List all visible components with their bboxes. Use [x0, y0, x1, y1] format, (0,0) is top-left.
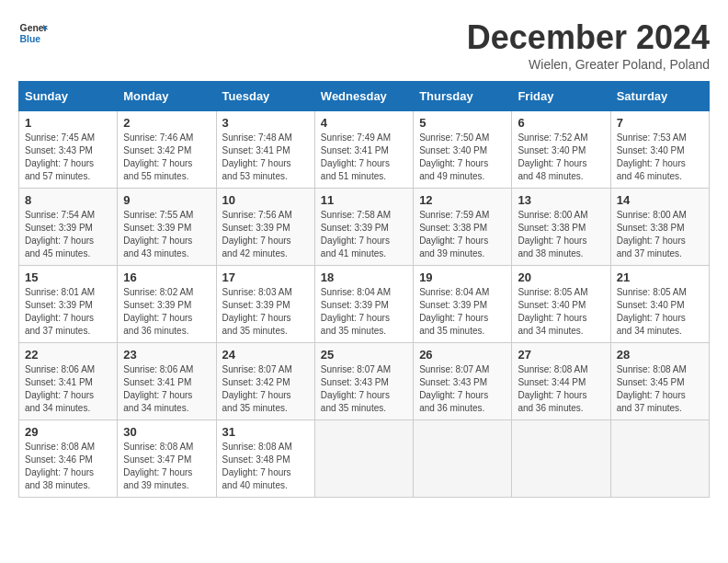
day-number: 18 — [321, 270, 407, 284]
header-tuesday: Tuesday — [216, 82, 314, 111]
week-row-4: 22 Sunrise: 8:06 AMSunset: 3:41 PMDaylig… — [19, 343, 710, 420]
day-detail: Sunrise: 8:08 AMSunset: 3:48 PMDaylight:… — [222, 441, 309, 492]
day-detail: Sunrise: 7:59 AMSunset: 3:38 PMDaylight:… — [419, 209, 506, 260]
day-cell: 10 Sunrise: 7:56 AMSunset: 3:39 PMDaylig… — [216, 189, 314, 266]
day-cell: 21 Sunrise: 8:05 AMSunset: 3:40 PMDaylig… — [610, 266, 709, 343]
month-title: December 2024 — [467, 18, 710, 57]
day-detail: Sunrise: 8:05 AMSunset: 3:40 PMDaylight:… — [518, 286, 604, 338]
day-detail: Sunrise: 8:08 AMSunset: 3:44 PMDaylight:… — [518, 363, 604, 415]
day-detail: Sunrise: 8:04 AMSunset: 3:39 PMDaylight:… — [419, 286, 506, 338]
header-sunday: Sunday — [19, 82, 118, 111]
day-detail: Sunrise: 7:49 AMSunset: 3:41 PMDaylight:… — [321, 132, 407, 183]
day-number: 15 — [25, 270, 111, 284]
week-row-3: 15 Sunrise: 8:01 AMSunset: 3:39 PMDaylig… — [19, 266, 710, 343]
week-row-5: 29 Sunrise: 8:08 AMSunset: 3:46 PMDaylig… — [19, 420, 710, 498]
day-number: 30 — [123, 425, 210, 439]
day-number: 6 — [518, 116, 604, 130]
day-cell — [610, 420, 709, 498]
day-detail: Sunrise: 8:08 AMSunset: 3:45 PMDaylight:… — [617, 363, 703, 415]
day-cell: 30 Sunrise: 8:08 AMSunset: 3:47 PMDaylig… — [118, 420, 216, 498]
day-cell: 27 Sunrise: 8:08 AMSunset: 3:44 PMDaylig… — [512, 343, 610, 420]
day-cell: 6 Sunrise: 7:52 AMSunset: 3:40 PMDayligh… — [512, 111, 610, 189]
week-row-2: 8 Sunrise: 7:54 AMSunset: 3:39 PMDayligh… — [19, 189, 710, 266]
header-wednesday: Wednesday — [314, 82, 413, 111]
week-row-1: 1 Sunrise: 7:45 AMSunset: 3:43 PMDayligh… — [19, 111, 710, 189]
day-detail: Sunrise: 7:56 AMSunset: 3:39 PMDaylight:… — [222, 209, 309, 260]
day-cell: 4 Sunrise: 7:49 AMSunset: 3:41 PMDayligh… — [314, 111, 413, 189]
day-number: 7 — [617, 116, 703, 130]
day-detail: Sunrise: 7:55 AMSunset: 3:39 PMDaylight:… — [123, 209, 210, 260]
day-cell — [512, 420, 610, 498]
header: General Blue December 2024 Wielen, Great… — [18, 18, 710, 72]
day-cell: 8 Sunrise: 7:54 AMSunset: 3:39 PMDayligh… — [19, 189, 118, 266]
day-number: 8 — [25, 193, 111, 207]
day-number: 21 — [617, 270, 703, 284]
header-thursday: Thursday — [414, 82, 512, 111]
day-cell: 1 Sunrise: 7:45 AMSunset: 3:43 PMDayligh… — [19, 111, 118, 189]
day-cell: 20 Sunrise: 8:05 AMSunset: 3:40 PMDaylig… — [512, 266, 610, 343]
day-number: 27 — [518, 348, 604, 362]
day-number: 12 — [419, 193, 506, 207]
day-detail: Sunrise: 8:06 AMSunset: 3:41 PMDaylight:… — [123, 363, 210, 415]
day-cell: 11 Sunrise: 7:58 AMSunset: 3:39 PMDaylig… — [314, 189, 413, 266]
header-monday: Monday — [118, 82, 216, 111]
day-number: 17 — [222, 270, 309, 284]
day-cell: 17 Sunrise: 8:03 AMSunset: 3:39 PMDaylig… — [216, 266, 314, 343]
day-number: 9 — [123, 193, 210, 207]
day-number: 2 — [123, 116, 210, 130]
svg-text:Blue: Blue — [20, 34, 41, 44]
day-number: 23 — [123, 348, 210, 362]
day-detail: Sunrise: 8:00 AMSunset: 3:38 PMDaylight:… — [518, 209, 604, 260]
day-detail: Sunrise: 8:01 AMSunset: 3:39 PMDaylight:… — [25, 286, 111, 338]
day-detail: Sunrise: 8:05 AMSunset: 3:40 PMDaylight:… — [617, 286, 703, 338]
day-number: 26 — [419, 348, 506, 362]
header-friday: Friday — [512, 82, 610, 111]
day-detail: Sunrise: 7:52 AMSunset: 3:40 PMDaylight:… — [518, 132, 604, 183]
day-cell: 7 Sunrise: 7:53 AMSunset: 3:40 PMDayligh… — [610, 111, 709, 189]
day-cell: 18 Sunrise: 8:04 AMSunset: 3:39 PMDaylig… — [314, 266, 413, 343]
day-detail: Sunrise: 8:07 AMSunset: 3:43 PMDaylight:… — [419, 363, 506, 415]
day-detail: Sunrise: 7:48 AMSunset: 3:41 PMDaylight:… — [222, 132, 309, 183]
day-cell: 13 Sunrise: 8:00 AMSunset: 3:38 PMDaylig… — [512, 189, 610, 266]
day-number: 31 — [222, 425, 309, 439]
day-number: 29 — [25, 425, 111, 439]
calendar-table: SundayMondayTuesdayWednesdayThursdayFrid… — [18, 81, 710, 498]
day-detail: Sunrise: 7:58 AMSunset: 3:39 PMDaylight:… — [321, 209, 407, 260]
day-number: 25 — [321, 348, 407, 362]
day-cell: 16 Sunrise: 8:02 AMSunset: 3:39 PMDaylig… — [118, 266, 216, 343]
day-detail: Sunrise: 8:00 AMSunset: 3:38 PMDaylight:… — [617, 209, 703, 260]
day-cell: 14 Sunrise: 8:00 AMSunset: 3:38 PMDaylig… — [610, 189, 709, 266]
day-detail: Sunrise: 7:46 AMSunset: 3:42 PMDaylight:… — [123, 132, 210, 183]
day-detail: Sunrise: 8:07 AMSunset: 3:42 PMDaylight:… — [222, 363, 309, 415]
day-number: 3 — [222, 116, 309, 130]
header-saturday: Saturday — [610, 82, 709, 111]
day-cell: 15 Sunrise: 8:01 AMSunset: 3:39 PMDaylig… — [19, 266, 118, 343]
day-number: 20 — [518, 270, 604, 284]
day-detail: Sunrise: 7:53 AMSunset: 3:40 PMDaylight:… — [617, 132, 703, 183]
day-number: 1 — [25, 116, 111, 130]
day-cell: 19 Sunrise: 8:04 AMSunset: 3:39 PMDaylig… — [414, 266, 512, 343]
logo: General Blue — [18, 18, 48, 48]
day-number: 10 — [222, 193, 309, 207]
day-number: 14 — [617, 193, 703, 207]
day-number: 28 — [617, 348, 703, 362]
day-detail: Sunrise: 8:06 AMSunset: 3:41 PMDaylight:… — [25, 363, 111, 415]
day-cell: 9 Sunrise: 7:55 AMSunset: 3:39 PMDayligh… — [118, 189, 216, 266]
day-number: 13 — [518, 193, 604, 207]
day-number: 16 — [123, 270, 210, 284]
day-detail: Sunrise: 7:45 AMSunset: 3:43 PMDaylight:… — [25, 132, 111, 183]
day-cell: 23 Sunrise: 8:06 AMSunset: 3:41 PMDaylig… — [118, 343, 216, 420]
day-cell: 31 Sunrise: 8:08 AMSunset: 3:48 PMDaylig… — [216, 420, 314, 498]
day-cell: 28 Sunrise: 8:08 AMSunset: 3:45 PMDaylig… — [610, 343, 709, 420]
day-cell: 24 Sunrise: 8:07 AMSunset: 3:42 PMDaylig… — [216, 343, 314, 420]
day-detail: Sunrise: 8:03 AMSunset: 3:39 PMDaylight:… — [222, 286, 309, 338]
day-number: 5 — [419, 116, 506, 130]
day-detail: Sunrise: 8:02 AMSunset: 3:39 PMDaylight:… — [123, 286, 210, 338]
day-cell: 12 Sunrise: 7:59 AMSunset: 3:38 PMDaylig… — [414, 189, 512, 266]
header-row: SundayMondayTuesdayWednesdayThursdayFrid… — [19, 82, 710, 111]
day-detail: Sunrise: 7:50 AMSunset: 3:40 PMDaylight:… — [419, 132, 506, 183]
day-cell: 22 Sunrise: 8:06 AMSunset: 3:41 PMDaylig… — [19, 343, 118, 420]
day-cell: 26 Sunrise: 8:07 AMSunset: 3:43 PMDaylig… — [414, 343, 512, 420]
day-number: 4 — [321, 116, 407, 130]
day-cell — [414, 420, 512, 498]
